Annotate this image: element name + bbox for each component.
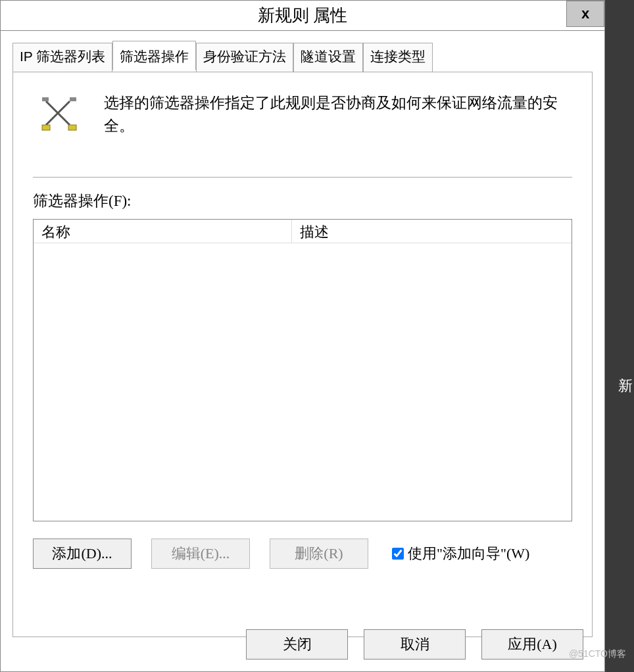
- apply-button[interactable]: 应用(A): [481, 629, 583, 660]
- tab-ip-filter-list[interactable]: IP 筛选器列表: [12, 43, 112, 72]
- tab-auth-method[interactable]: 身份验证方法: [196, 43, 293, 72]
- svg-rect-5: [70, 97, 76, 101]
- dialog-window: 新规则 属性 x IP 筛选器列表 筛选器操作 身份验证方法 隧道设置 连接类型: [0, 0, 605, 672]
- filter-action-list-label: 筛选器操作(F):: [33, 191, 572, 211]
- close-dialog-button[interactable]: 关闭: [246, 629, 348, 660]
- cancel-button[interactable]: 取消: [364, 629, 466, 660]
- dialog-button-row: 关闭 取消 应用(A): [246, 629, 583, 660]
- tab-connection-type[interactable]: 连接类型: [363, 43, 433, 72]
- separator: [33, 177, 572, 178]
- tab-strip: IP 筛选器列表 筛选器操作 身份验证方法 隧道设置 连接类型: [12, 43, 593, 72]
- use-wizard-label: 使用"添加向导"(W): [408, 544, 529, 564]
- description-row: 选择的筛选器操作指定了此规则是否协商及如何来保证网络流量的安全。: [33, 92, 572, 137]
- watermark: @51CTO博客: [569, 648, 626, 660]
- tab-container: IP 筛选器列表 筛选器操作 身份验证方法 隧道设置 连接类型 选择的筛选器操作: [1, 31, 604, 637]
- tab-tunnel-setting[interactable]: 隧道设置: [293, 43, 363, 72]
- titlebar: 新规则 属性 x: [1, 1, 604, 31]
- use-wizard-checkbox[interactable]: [392, 548, 404, 560]
- svg-rect-2: [42, 125, 50, 130]
- filter-action-listview[interactable]: 名称 描述: [33, 219, 572, 521]
- close-icon: x: [581, 5, 589, 22]
- listview-header-row: 名称 描述: [34, 220, 572, 243]
- description-text: 选择的筛选器操作指定了此规则是否协商及如何来保证网络流量的安全。: [104, 92, 572, 137]
- use-wizard-checkbox-wrap[interactable]: 使用"添加向导"(W): [392, 544, 529, 564]
- remove-button: 删除(R): [270, 539, 368, 569]
- column-header-description[interactable]: 描述: [292, 220, 572, 243]
- column-header-name[interactable]: 名称: [34, 220, 292, 243]
- tab-panel-filter-action: 选择的筛选器操作指定了此规则是否协商及如何来保证网络流量的安全。 筛选器操作(F…: [12, 72, 593, 637]
- tab-filter-action[interactable]: 筛选器操作: [112, 41, 196, 70]
- svg-rect-4: [42, 97, 49, 101]
- side-window-text: 新: [618, 376, 633, 396]
- close-button[interactable]: x: [566, 1, 604, 27]
- action-button-row: 添加(D)... 编辑(E)... 删除(R) 使用"添加向导"(W): [33, 539, 572, 569]
- add-button[interactable]: 添加(D)...: [33, 539, 132, 569]
- crossed-swords-icon: [41, 96, 78, 133]
- dialog-title: 新规则 属性: [1, 1, 604, 31]
- svg-rect-3: [68, 125, 76, 130]
- edit-button: 编辑(E)...: [151, 539, 250, 569]
